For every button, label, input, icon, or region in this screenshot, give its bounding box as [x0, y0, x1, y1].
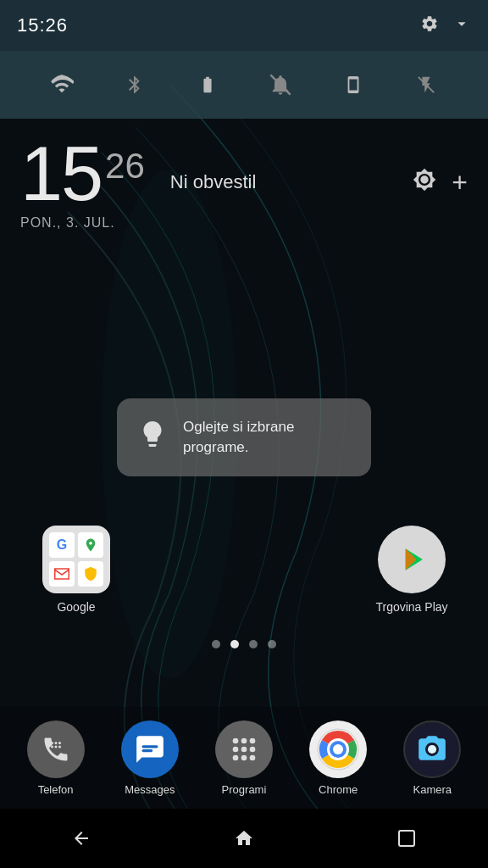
tooltip-text: Oglejte si izbrane programe.	[183, 417, 351, 458]
svg-point-18	[233, 754, 239, 760]
programi-icon	[215, 721, 273, 778]
google-app[interactable]: G Google	[34, 526, 119, 614]
page-dots	[0, 640, 488, 648]
brightness-icon[interactable]	[413, 168, 436, 198]
svg-rect-11	[141, 749, 152, 752]
bluetooth-icon[interactable]	[116, 66, 153, 103]
home-apps-row: G Google Trgovina Play	[0, 526, 488, 614]
status-time: 15:26	[17, 14, 68, 36]
svg-point-20	[250, 754, 256, 760]
dock: Telefon Messages	[0, 707, 488, 809]
page-dot-3[interactable]	[249, 640, 258, 648]
tooltip-card: Oglejte si izbrane programe.	[117, 398, 371, 476]
svg-point-4	[51, 742, 53, 744]
recents-button[interactable]	[381, 813, 432, 864]
status-right-icons	[420, 14, 471, 37]
messages-icon	[121, 721, 179, 778]
page-dot-1[interactable]	[212, 640, 220, 648]
status-bar: 15:26	[0, 0, 488, 51]
back-button[interactable]	[56, 813, 107, 864]
chrome-app[interactable]: Chrome	[296, 721, 380, 796]
svg-point-14	[250, 737, 256, 743]
telefon-icon	[27, 721, 85, 778]
programi-app[interactable]: Programi	[202, 721, 286, 796]
messages-label: Messages	[125, 783, 175, 796]
battery-icon[interactable]	[189, 66, 226, 103]
add-icon[interactable]: +	[452, 167, 468, 198]
svg-point-8	[54, 745, 57, 748]
page-dot-2[interactable]	[230, 640, 239, 648]
svg-rect-25	[399, 831, 414, 846]
svg-point-15	[233, 746, 239, 752]
notif-controls: +	[413, 167, 468, 198]
play-store-label: Trgovina Play	[375, 600, 447, 614]
kamera-label: Kamera	[413, 783, 452, 796]
notifications-label: Ni obvestil	[170, 171, 256, 193]
svg-point-16	[241, 746, 247, 752]
svg-point-6	[58, 742, 61, 744]
svg-point-19	[241, 754, 247, 760]
programi-label: Programi	[222, 783, 267, 796]
wifi-icon[interactable]	[43, 66, 80, 103]
svg-point-13	[241, 737, 247, 743]
telefon-label: Telefon	[38, 783, 74, 796]
mobile-icon[interactable]	[335, 66, 372, 103]
quick-settings-bar	[0, 51, 488, 119]
messages-app[interactable]: Messages	[108, 721, 192, 796]
chrome-label: Chrome	[319, 783, 358, 796]
home-button[interactable]	[219, 813, 269, 864]
clock-date: PON., 3. JUL.	[20, 215, 468, 231]
google-icon: G	[42, 526, 110, 593]
svg-point-5	[54, 742, 57, 744]
clock-hour: 15	[20, 136, 102, 212]
svg-point-9	[58, 745, 61, 748]
page-dot-4[interactable]	[268, 640, 276, 648]
kamera-icon	[403, 721, 461, 778]
svg-point-12	[233, 737, 239, 743]
svg-point-24	[333, 744, 343, 754]
chrome-icon	[309, 721, 367, 778]
settings-icon[interactable]	[420, 14, 439, 37]
play-store-icon	[378, 526, 446, 593]
dnd-icon[interactable]	[262, 66, 299, 103]
bulb-icon	[137, 419, 168, 456]
notification-area: 15 26 Ni obvestil + PON., 3. JUL.	[0, 119, 488, 231]
telefon-app[interactable]: Telefon	[14, 721, 98, 796]
flashlight-icon[interactable]	[408, 66, 445, 103]
nav-bar	[0, 809, 488, 868]
svg-point-17	[250, 746, 256, 752]
play-store-app[interactable]: Trgovina Play	[369, 526, 454, 614]
clock-minute: 26	[105, 146, 145, 186]
svg-point-7	[51, 745, 53, 748]
dropdown-icon[interactable]	[452, 14, 471, 37]
google-label: Google	[57, 600, 95, 614]
svg-rect-10	[141, 745, 158, 748]
kamera-app[interactable]: Kamera	[390, 721, 474, 796]
